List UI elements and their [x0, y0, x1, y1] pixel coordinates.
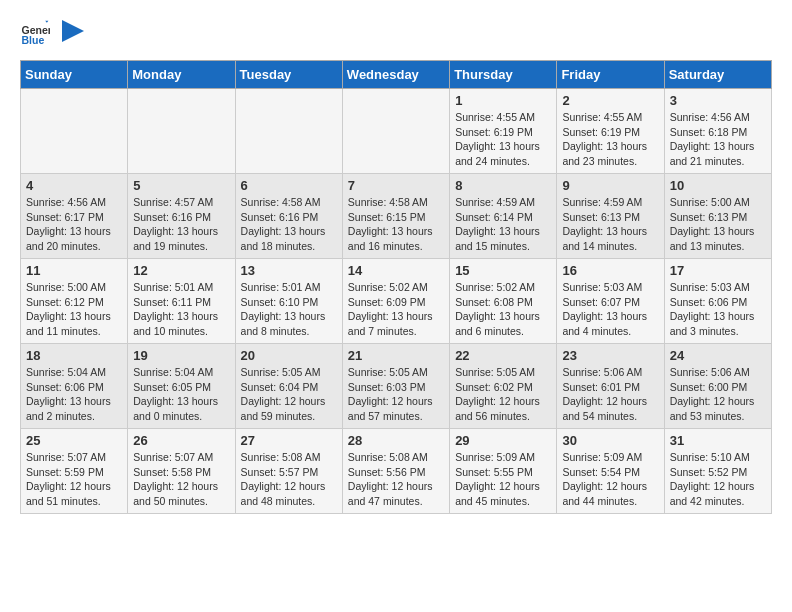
calendar-cell: 6Sunrise: 4:58 AM Sunset: 6:16 PM Daylig…	[235, 174, 342, 259]
day-info: Sunrise: 4:55 AM Sunset: 6:19 PM Dayligh…	[562, 110, 658, 169]
day-info: Sunrise: 4:59 AM Sunset: 6:13 PM Dayligh…	[562, 195, 658, 254]
calendar-cell: 31Sunrise: 5:10 AM Sunset: 5:52 PM Dayli…	[664, 429, 771, 514]
calendar-cell: 9Sunrise: 4:59 AM Sunset: 6:13 PM Daylig…	[557, 174, 664, 259]
calendar-cell	[342, 89, 449, 174]
calendar-cell: 13Sunrise: 5:01 AM Sunset: 6:10 PM Dayli…	[235, 259, 342, 344]
calendar-cell: 16Sunrise: 5:03 AM Sunset: 6:07 PM Dayli…	[557, 259, 664, 344]
day-number: 19	[133, 348, 229, 363]
calendar-cell: 2Sunrise: 4:55 AM Sunset: 6:19 PM Daylig…	[557, 89, 664, 174]
day-number: 16	[562, 263, 658, 278]
calendar-cell: 14Sunrise: 5:02 AM Sunset: 6:09 PM Dayli…	[342, 259, 449, 344]
day-info: Sunrise: 4:55 AM Sunset: 6:19 PM Dayligh…	[455, 110, 551, 169]
day-number: 12	[133, 263, 229, 278]
calendar-cell: 23Sunrise: 5:06 AM Sunset: 6:01 PM Dayli…	[557, 344, 664, 429]
day-info: Sunrise: 4:56 AM Sunset: 6:17 PM Dayligh…	[26, 195, 122, 254]
calendar-cell: 19Sunrise: 5:04 AM Sunset: 6:05 PM Dayli…	[128, 344, 235, 429]
day-number: 30	[562, 433, 658, 448]
calendar-week-row: 11Sunrise: 5:00 AM Sunset: 6:12 PM Dayli…	[21, 259, 772, 344]
calendar-cell: 8Sunrise: 4:59 AM Sunset: 6:14 PM Daylig…	[450, 174, 557, 259]
calendar-cell: 22Sunrise: 5:05 AM Sunset: 6:02 PM Dayli…	[450, 344, 557, 429]
day-number: 29	[455, 433, 551, 448]
day-number: 1	[455, 93, 551, 108]
calendar-cell: 4Sunrise: 4:56 AM Sunset: 6:17 PM Daylig…	[21, 174, 128, 259]
day-info: Sunrise: 5:00 AM Sunset: 6:13 PM Dayligh…	[670, 195, 766, 254]
day-number: 6	[241, 178, 337, 193]
calendar-cell: 28Sunrise: 5:08 AM Sunset: 5:56 PM Dayli…	[342, 429, 449, 514]
day-number: 25	[26, 433, 122, 448]
calendar-cell: 10Sunrise: 5:00 AM Sunset: 6:13 PM Dayli…	[664, 174, 771, 259]
day-info: Sunrise: 5:01 AM Sunset: 6:10 PM Dayligh…	[241, 280, 337, 339]
calendar-cell: 26Sunrise: 5:07 AM Sunset: 5:58 PM Dayli…	[128, 429, 235, 514]
day-number: 15	[455, 263, 551, 278]
day-number: 22	[455, 348, 551, 363]
day-info: Sunrise: 5:02 AM Sunset: 6:08 PM Dayligh…	[455, 280, 551, 339]
calendar-cell: 7Sunrise: 4:58 AM Sunset: 6:15 PM Daylig…	[342, 174, 449, 259]
logo-arrow-icon	[62, 20, 84, 42]
weekday-header: Tuesday	[235, 61, 342, 89]
day-info: Sunrise: 5:05 AM Sunset: 6:03 PM Dayligh…	[348, 365, 444, 424]
calendar-cell: 5Sunrise: 4:57 AM Sunset: 6:16 PM Daylig…	[128, 174, 235, 259]
day-number: 23	[562, 348, 658, 363]
day-info: Sunrise: 5:09 AM Sunset: 5:54 PM Dayligh…	[562, 450, 658, 509]
calendar-cell: 12Sunrise: 5:01 AM Sunset: 6:11 PM Dayli…	[128, 259, 235, 344]
calendar-cell: 29Sunrise: 5:09 AM Sunset: 5:55 PM Dayli…	[450, 429, 557, 514]
day-number: 2	[562, 93, 658, 108]
calendar-cell: 27Sunrise: 5:08 AM Sunset: 5:57 PM Dayli…	[235, 429, 342, 514]
weekday-header: Friday	[557, 61, 664, 89]
day-info: Sunrise: 5:10 AM Sunset: 5:52 PM Dayligh…	[670, 450, 766, 509]
page-header: General Blue	[20, 20, 772, 50]
day-info: Sunrise: 4:58 AM Sunset: 6:16 PM Dayligh…	[241, 195, 337, 254]
day-info: Sunrise: 5:02 AM Sunset: 6:09 PM Dayligh…	[348, 280, 444, 339]
svg-text:Blue: Blue	[22, 34, 45, 46]
day-number: 14	[348, 263, 444, 278]
day-info: Sunrise: 5:03 AM Sunset: 6:06 PM Dayligh…	[670, 280, 766, 339]
day-info: Sunrise: 5:08 AM Sunset: 5:57 PM Dayligh…	[241, 450, 337, 509]
day-number: 27	[241, 433, 337, 448]
calendar-cell: 17Sunrise: 5:03 AM Sunset: 6:06 PM Dayli…	[664, 259, 771, 344]
day-info: Sunrise: 5:04 AM Sunset: 6:05 PM Dayligh…	[133, 365, 229, 424]
calendar-cell: 3Sunrise: 4:56 AM Sunset: 6:18 PM Daylig…	[664, 89, 771, 174]
calendar-cell	[128, 89, 235, 174]
day-number: 21	[348, 348, 444, 363]
day-number: 24	[670, 348, 766, 363]
day-number: 18	[26, 348, 122, 363]
weekday-header: Wednesday	[342, 61, 449, 89]
day-number: 10	[670, 178, 766, 193]
day-info: Sunrise: 4:56 AM Sunset: 6:18 PM Dayligh…	[670, 110, 766, 169]
calendar-cell: 11Sunrise: 5:00 AM Sunset: 6:12 PM Dayli…	[21, 259, 128, 344]
calendar-week-row: 25Sunrise: 5:07 AM Sunset: 5:59 PM Dayli…	[21, 429, 772, 514]
svg-marker-2	[45, 21, 48, 23]
calendar-table: SundayMondayTuesdayWednesdayThursdayFrid…	[20, 60, 772, 514]
calendar-week-row: 4Sunrise: 4:56 AM Sunset: 6:17 PM Daylig…	[21, 174, 772, 259]
day-number: 8	[455, 178, 551, 193]
day-info: Sunrise: 5:08 AM Sunset: 5:56 PM Dayligh…	[348, 450, 444, 509]
calendar-cell	[235, 89, 342, 174]
day-number: 17	[670, 263, 766, 278]
calendar-cell: 18Sunrise: 5:04 AM Sunset: 6:06 PM Dayli…	[21, 344, 128, 429]
day-info: Sunrise: 4:59 AM Sunset: 6:14 PM Dayligh…	[455, 195, 551, 254]
calendar-cell	[21, 89, 128, 174]
calendar-header-row: SundayMondayTuesdayWednesdayThursdayFrid…	[21, 61, 772, 89]
day-number: 7	[348, 178, 444, 193]
day-number: 3	[670, 93, 766, 108]
day-info: Sunrise: 5:01 AM Sunset: 6:11 PM Dayligh…	[133, 280, 229, 339]
weekday-header: Monday	[128, 61, 235, 89]
svg-marker-3	[62, 20, 84, 42]
day-number: 5	[133, 178, 229, 193]
calendar-cell: 1Sunrise: 4:55 AM Sunset: 6:19 PM Daylig…	[450, 89, 557, 174]
weekday-header: Saturday	[664, 61, 771, 89]
calendar-week-row: 1Sunrise: 4:55 AM Sunset: 6:19 PM Daylig…	[21, 89, 772, 174]
day-number: 13	[241, 263, 337, 278]
day-info: Sunrise: 5:09 AM Sunset: 5:55 PM Dayligh…	[455, 450, 551, 509]
day-info: Sunrise: 5:05 AM Sunset: 6:02 PM Dayligh…	[455, 365, 551, 424]
day-info: Sunrise: 5:07 AM Sunset: 5:59 PM Dayligh…	[26, 450, 122, 509]
day-info: Sunrise: 5:07 AM Sunset: 5:58 PM Dayligh…	[133, 450, 229, 509]
day-info: Sunrise: 5:06 AM Sunset: 6:01 PM Dayligh…	[562, 365, 658, 424]
logo: General Blue	[20, 20, 84, 50]
calendar-cell: 21Sunrise: 5:05 AM Sunset: 6:03 PM Dayli…	[342, 344, 449, 429]
day-info: Sunrise: 5:04 AM Sunset: 6:06 PM Dayligh…	[26, 365, 122, 424]
day-info: Sunrise: 4:57 AM Sunset: 6:16 PM Dayligh…	[133, 195, 229, 254]
weekday-header: Sunday	[21, 61, 128, 89]
day-number: 20	[241, 348, 337, 363]
calendar-week-row: 18Sunrise: 5:04 AM Sunset: 6:06 PM Dayli…	[21, 344, 772, 429]
